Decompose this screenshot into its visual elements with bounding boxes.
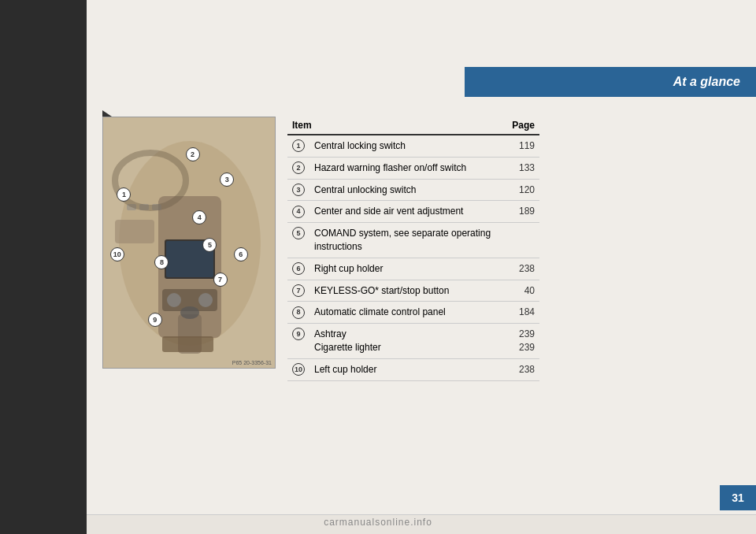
- row-item: Right cup holder: [309, 258, 507, 280]
- row-page: 119: [507, 135, 539, 157]
- col-page-header: Page: [507, 117, 539, 135]
- row-item: AshtrayCigarette lighter: [309, 324, 507, 359]
- row-item: Automatic climate control panel: [309, 302, 507, 324]
- marker-7: 7: [213, 273, 228, 287]
- row-page: 238: [507, 358, 539, 380]
- row-page: 40: [507, 280, 539, 302]
- row-page: 184: [507, 302, 539, 324]
- circle-number: 10: [292, 363, 305, 376]
- table-row: 7KEYLESS-GO* start/stop button40: [287, 280, 539, 302]
- car-interior-image: 1 2 3 4 5 6 7 8 9 10 P65 20-3356-31: [102, 117, 276, 369]
- marker-10: 10: [110, 247, 124, 261]
- table-row: 2Hazard warning flasher on/off switch133: [287, 157, 539, 179]
- table-header-row: Item Page: [287, 117, 539, 135]
- row-page: 120: [507, 179, 539, 201]
- row-number: 10: [287, 358, 309, 380]
- marker-4: 4: [192, 210, 206, 224]
- chapter-header: At a glance: [465, 67, 756, 97]
- row-item: Hazard warning flasher on/off switch: [309, 157, 507, 179]
- row-item: Central unlocking switch: [309, 179, 507, 201]
- car-image-background: 1 2 3 4 5 6 7 8 9 10 P65 20-3356-31: [103, 117, 275, 368]
- row-number: 8: [287, 302, 309, 324]
- circle-number: 9: [292, 328, 305, 340]
- marker-5: 5: [202, 238, 217, 252]
- items-table-area: Item Page 1Central locking switch1192Haz…: [287, 117, 539, 381]
- row-page: 133: [507, 157, 539, 179]
- circle-number: 4: [292, 206, 305, 218]
- table-row: 6Right cup holder238: [287, 258, 539, 280]
- row-page: 189: [507, 201, 539, 223]
- marker-9: 9: [148, 313, 162, 327]
- svg-point-7: [198, 293, 213, 307]
- watermark: carmanualsonline.info: [324, 517, 432, 528]
- main-content: 1 2 3 4 5 6 7 8 9 10 P65 20-3356-31 Item…: [102, 117, 539, 381]
- page-number-box: 31: [720, 485, 756, 510]
- row-number: 6: [287, 258, 309, 280]
- row-page: [507, 223, 539, 258]
- row-number: 9: [287, 324, 309, 359]
- table-row: 3Central unlocking switch120: [287, 179, 539, 201]
- left-sidebar: [0, 0, 87, 534]
- row-number: 3: [287, 179, 309, 201]
- table-row: 5COMAND system, see separate operating i…: [287, 223, 539, 258]
- circle-number: 5: [292, 227, 305, 239]
- row-item: KEYLESS-GO* start/stop button: [309, 280, 507, 302]
- circle-number: 8: [292, 306, 305, 319]
- row-number: 2: [287, 157, 309, 179]
- row-page: 239239: [507, 324, 539, 359]
- page-number: 31: [732, 491, 744, 504]
- table-row: 9AshtrayCigarette lighter239239: [287, 324, 539, 359]
- circle-number: 6: [292, 262, 305, 275]
- row-item: Center and side air vent adjustment: [309, 201, 507, 223]
- image-caption: P65 20-3356-31: [232, 360, 272, 365]
- table-row: 4Center and side air vent adjustment189: [287, 201, 539, 223]
- watermark-text: carmanualsonline.info: [324, 517, 432, 528]
- table-row: 10Left cup holder238: [287, 358, 539, 380]
- svg-point-6: [167, 293, 181, 307]
- row-number: 4: [287, 201, 309, 223]
- marker-6: 6: [234, 247, 248, 261]
- circle-number: 7: [292, 284, 305, 297]
- table-row: 1Central locking switch119: [287, 135, 539, 157]
- row-number: 1: [287, 135, 309, 157]
- col-item-header: Item: [287, 117, 507, 135]
- row-number: 7: [287, 280, 309, 302]
- row-number: 5: [287, 223, 309, 258]
- circle-number: 1: [292, 139, 305, 152]
- row-item: Central locking switch: [309, 135, 507, 157]
- row-page: 238: [507, 258, 539, 280]
- row-item: COMAND system, see separate operating in…: [309, 223, 507, 258]
- svg-rect-14: [162, 336, 213, 352]
- marker-2: 2: [186, 147, 200, 161]
- svg-rect-10: [115, 220, 154, 243]
- table-row: 8Automatic climate control panel184: [287, 302, 539, 324]
- svg-point-9: [180, 306, 199, 319]
- items-table: Item Page 1Central locking switch1192Haz…: [287, 117, 539, 381]
- circle-number: 2: [292, 161, 305, 174]
- row-item: Left cup holder: [309, 358, 507, 380]
- chapter-title: At a glance: [673, 75, 740, 89]
- circle-number: 3: [292, 184, 305, 196]
